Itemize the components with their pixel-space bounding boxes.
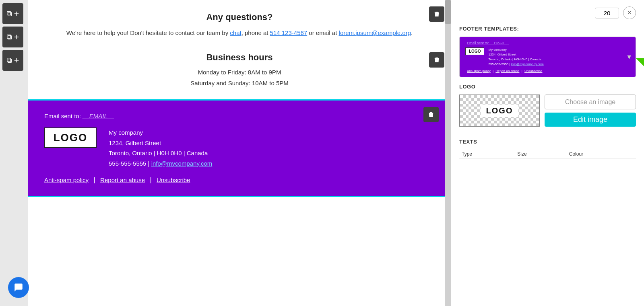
right-panel: × FOOTER TEMPLATES: Email sent to: __EMA…	[451, 0, 644, 306]
logo-editor-row: LOGO Choose an image Edit image	[459, 94, 636, 127]
texts-table: Type Size Colour	[459, 150, 636, 159]
footer-templates-label: FOOTER TEMPLATES:	[459, 26, 636, 32]
green-arrow-indicator	[636, 26, 644, 82]
svg-rect-1	[8, 12, 12, 16]
email-sent-label: Email sent to:	[44, 113, 81, 119]
delete-hours-btn[interactable]	[429, 52, 444, 68]
footer-links: Anti-spam policy | Report an abuse | Uns…	[40, 177, 429, 184]
ft-links: Anti-spam policy | Report an abuse | Uns…	[465, 69, 630, 73]
ft-email[interactable]: info@mycompany.com	[511, 62, 544, 66]
hours-line-1: Monday to Friday: 8AM to 9PM	[52, 67, 427, 78]
email-address[interactable]: info@mycompany.com	[151, 160, 213, 167]
ft-antispam[interactable]: Anti-spam policy	[467, 69, 491, 73]
logo-section-label: LOGO	[459, 84, 636, 90]
hours-section: Business hours Monday to Friday: 8AM to …	[28, 46, 451, 101]
footer-logo-box: LOGO	[44, 127, 97, 148]
email-placeholder: __EMAIL__	[83, 113, 114, 119]
footer-info: My company 1234, Gilbert Street Toronto,…	[109, 127, 212, 168]
chat-link[interactable]: chat	[230, 29, 241, 36]
panel-top-bar: ×	[459, 6, 636, 19]
svg-rect-5	[8, 36, 12, 39]
col-type: Type	[459, 150, 515, 159]
phone: 555-555-5555	[109, 160, 146, 167]
company-name: My company	[109, 127, 212, 138]
delete-questions-btn[interactable]	[429, 6, 444, 22]
phone-link[interactable]: 514 123-4567	[270, 29, 308, 36]
ft-company: My company	[488, 47, 543, 52]
svg-marker-13	[636, 26, 644, 82]
logo-preview-text: LOGO	[481, 105, 519, 117]
copy-add-btn-2[interactable]	[2, 27, 23, 47]
ft-email-line: Email sent to: __EMAIL__	[465, 41, 630, 45]
editor-scrollbar[interactable]	[445, 0, 451, 306]
copy-add-btn-1[interactable]	[2, 3, 23, 24]
choose-image-btn[interactable]: Choose an image	[545, 94, 636, 109]
page-number-input[interactable]	[595, 8, 619, 18]
email-link[interactable]: lorem.ipsum@example.org	[339, 29, 411, 36]
questions-section: Any questions? We're here to help you! D…	[28, 0, 451, 46]
texts-section: TEXTS Type Size Colour	[459, 139, 636, 159]
svg-rect-4	[7, 35, 11, 39]
svg-rect-8	[7, 58, 11, 62]
footer-logo-text: LOGO	[54, 131, 88, 144]
svg-rect-9	[8, 59, 12, 63]
copy-add-btn-3[interactable]	[2, 50, 23, 71]
contact-info: 555-555-5555 | info@mycompany.com	[109, 158, 212, 169]
questions-title: Any questions?	[52, 12, 427, 23]
svg-rect-0	[7, 12, 11, 15]
ft-main: LOGO My company 1234, Gilbert Street Tor…	[465, 47, 630, 67]
footer-template-preview[interactable]: Email sent to: __EMAIL__ LOGO My company…	[459, 37, 636, 77]
ft-address1: 1234, Gilbert Street	[488, 52, 543, 57]
footer-main: LOGO My company 1234, Gilbert Street Tor…	[40, 127, 429, 168]
edit-image-btn[interactable]: Edit image	[545, 113, 636, 127]
logo-preview-box: LOGO	[459, 94, 540, 127]
col-size: Size	[515, 150, 567, 159]
scrollbar-thumb[interactable]	[445, 0, 451, 24]
footer-section: Email sent to: __EMAIL__ LOGO My company…	[28, 101, 445, 196]
texts-label: TEXTS	[459, 139, 636, 145]
chat-bubble[interactable]	[8, 277, 29, 298]
address1: 1234, Gilbert Street	[109, 138, 212, 148]
ft-unsub[interactable]: Unsubscribe	[524, 69, 542, 73]
ft-info: My company 1234, Gilbert Street Toronto,…	[488, 47, 543, 67]
logo-right-buttons: Choose an image Edit image	[545, 94, 636, 127]
ft-report[interactable]: Report an abuse	[495, 69, 519, 73]
delete-footer-btn[interactable]	[423, 107, 439, 122]
address2: Toronto, Ontario | H0H 0H0 | Canada	[109, 148, 212, 158]
footer-email-line: Email sent to: __EMAIL__	[40, 113, 429, 119]
ft-contact: 555-555-5555 | info@mycompany.com	[488, 62, 543, 67]
ft-address2: Toronto, Ontario | H0H 0H0 | Canada	[488, 57, 543, 62]
template-dropdown-arrow: ▼	[626, 53, 632, 61]
col-colour: Colour	[567, 150, 636, 159]
hours-title: Business hours	[52, 52, 427, 63]
questions-body: We're here to help you! Don't hesitate t…	[52, 28, 427, 38]
close-panel-btn[interactable]: ×	[623, 6, 636, 19]
anti-spam-link[interactable]: Anti-spam policy	[44, 177, 89, 183]
unsubscribe-link[interactable]: Unsubscribe	[157, 177, 190, 183]
report-abuse-link[interactable]: Report an abuse	[100, 177, 145, 183]
hours-line-2: Saturday and Sunday: 10AM to 5PM	[52, 78, 427, 88]
ft-logo-box: LOGO	[465, 47, 484, 55]
